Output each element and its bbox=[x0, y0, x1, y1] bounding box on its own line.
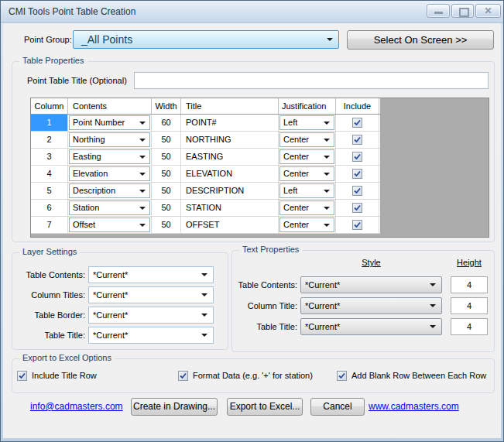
title-cell[interactable]: NORTHING bbox=[181, 132, 279, 148]
layer-settings-group: Layer Settings Table Contents: *Current*… bbox=[12, 252, 228, 350]
row-number-cell[interactable]: 4 bbox=[31, 166, 68, 182]
export-to-excel-button[interactable]: Export to Excel... bbox=[227, 398, 303, 416]
add-blank-row-checkbox[interactable]: Add Blank Row Between Each Row bbox=[337, 369, 486, 382]
column-title-height-input[interactable] bbox=[451, 297, 488, 314]
width-cell[interactable]: 50 bbox=[152, 183, 181, 199]
column-titles-layer-value: *Current* bbox=[93, 290, 128, 300]
table-contents-style-combobox[interactable]: *Current* bbox=[300, 276, 442, 293]
include-checkbox[interactable] bbox=[352, 220, 362, 230]
minimize-button[interactable] bbox=[427, 4, 450, 18]
table-contents-layer-label: Table Contents: bbox=[12, 266, 85, 283]
justification-combobox[interactable]: Center bbox=[279, 218, 334, 232]
point-table-title-input[interactable] bbox=[134, 72, 489, 89]
justification-combobox[interactable]: Left bbox=[279, 115, 334, 130]
check-icon bbox=[352, 203, 362, 213]
check-icon bbox=[352, 186, 362, 196]
select-on-screen-button[interactable]: Select On Screen >> bbox=[347, 30, 494, 50]
table-title-layer-combobox[interactable]: *Current* bbox=[88, 327, 214, 344]
title-bar[interactable]: CMI Tools Point Table Creation ✕ bbox=[1, 1, 503, 23]
title-cell[interactable]: POINT# bbox=[181, 115, 279, 131]
contents-combobox[interactable]: Easting bbox=[69, 149, 150, 164]
dialog-client-area: Point Group: _All Points Select On Scree… bbox=[3, 23, 501, 438]
point-group-combobox[interactable]: _All Points bbox=[73, 30, 339, 49]
column-titles-layer-combobox[interactable]: *Current* bbox=[88, 286, 214, 303]
header-justification[interactable]: Justification bbox=[279, 98, 336, 114]
contents-combobox[interactable]: Point Number bbox=[69, 115, 150, 130]
include-checkbox[interactable] bbox=[352, 135, 362, 145]
include-cell bbox=[336, 149, 379, 165]
title-cell[interactable]: ELEVATION bbox=[181, 166, 279, 182]
table-title-style-combobox[interactable]: *Current* bbox=[300, 318, 442, 335]
justification-combobox[interactable]: Left bbox=[279, 183, 334, 198]
title-cell[interactable]: EASTING bbox=[181, 149, 279, 165]
contents-combobox[interactable]: Elevation bbox=[69, 166, 150, 181]
row-number-cell[interactable]: 1 bbox=[31, 115, 68, 131]
justification-combobox[interactable]: Center bbox=[279, 149, 334, 164]
width-cell[interactable]: 50 bbox=[152, 132, 181, 148]
table-title-style-value: *Current* bbox=[305, 322, 340, 331]
website-link[interactable]: www.cadmasters.com bbox=[369, 398, 459, 416]
justification-value: Left bbox=[283, 118, 297, 127]
contents-combobox[interactable]: Description bbox=[69, 183, 150, 198]
include-checkbox[interactable] bbox=[352, 118, 362, 128]
contents-cell: Easting bbox=[68, 149, 152, 165]
email-link[interactable]: info@cadmasters.com bbox=[30, 398, 123, 416]
row-number-cell[interactable]: 3 bbox=[31, 149, 68, 165]
contents-combobox[interactable]: Offset bbox=[69, 218, 150, 232]
create-in-drawing-button[interactable]: Create in Drawing... bbox=[131, 398, 218, 416]
include-checkbox[interactable] bbox=[352, 152, 362, 162]
table-title-layer-label: Table Title: bbox=[12, 327, 85, 344]
table-contents-height-input[interactable] bbox=[451, 276, 488, 293]
format-data-checkbox[interactable]: Format Data (e.g. '+' for station) bbox=[178, 369, 313, 382]
export-options-group: Export to Excel Options Include Title Ro… bbox=[12, 358, 495, 393]
point-group-label: Point Group: bbox=[24, 30, 72, 49]
table-title-height-input[interactable] bbox=[451, 318, 488, 335]
include-checkbox[interactable] bbox=[352, 186, 362, 196]
title-cell[interactable]: STATION bbox=[181, 200, 279, 216]
header-column[interactable]: Column bbox=[31, 98, 68, 114]
width-cell[interactable]: 50 bbox=[152, 200, 181, 216]
contents-value: Point Number bbox=[73, 118, 125, 127]
title-cell[interactable]: DESCRIPTION bbox=[181, 183, 279, 199]
include-checkbox[interactable] bbox=[352, 203, 362, 213]
chevron-down-icon bbox=[324, 139, 330, 142]
header-contents[interactable]: Contents bbox=[68, 98, 152, 114]
include-checkbox[interactable] bbox=[352, 169, 362, 179]
justification-combobox[interactable]: Center bbox=[279, 200, 334, 215]
row-number-cell[interactable]: 5 bbox=[31, 183, 68, 199]
row-number-cell[interactable]: 6 bbox=[31, 200, 68, 216]
table-title-style-label: Table Title: bbox=[232, 318, 297, 335]
justification-combobox[interactable]: Center bbox=[279, 166, 334, 181]
contents-value: Offset bbox=[73, 220, 95, 229]
contents-value: Northing bbox=[73, 135, 105, 144]
table-row: 3 Easting 50 EASTING Center bbox=[31, 149, 380, 166]
close-button[interactable]: ✕ bbox=[475, 4, 501, 18]
contents-combobox[interactable]: Station bbox=[69, 200, 150, 215]
check-icon bbox=[352, 169, 362, 179]
width-cell[interactable]: 50 bbox=[152, 166, 181, 182]
contents-cell: Description bbox=[68, 183, 152, 199]
maximize-button[interactable] bbox=[451, 4, 474, 18]
header-title[interactable]: Title bbox=[181, 98, 279, 114]
row-number-cell[interactable]: 7 bbox=[31, 217, 68, 233]
chevron-down-icon bbox=[201, 334, 207, 337]
contents-combobox[interactable]: Northing bbox=[69, 132, 150, 147]
row-number-cell[interactable]: 2 bbox=[31, 132, 68, 148]
minimize-icon bbox=[434, 12, 443, 14]
header-width[interactable]: Width bbox=[152, 98, 181, 114]
contents-value: Station bbox=[73, 203, 99, 212]
column-title-style-combobox[interactable]: *Current* bbox=[300, 297, 442, 314]
table-row: 7 Offset 50 OFFSET Center bbox=[31, 217, 380, 234]
width-cell[interactable]: 60 bbox=[152, 115, 181, 131]
cancel-button[interactable]: Cancel bbox=[310, 398, 365, 416]
title-cell[interactable]: OFFSET bbox=[181, 217, 279, 233]
table-row: 1 Point Number 60 POINT# Left bbox=[31, 115, 380, 132]
justification-combobox[interactable]: Center bbox=[279, 132, 334, 147]
table-contents-layer-combobox[interactable]: *Current* bbox=[88, 266, 214, 283]
include-title-row-checkbox[interactable]: Include Title Row bbox=[17, 369, 97, 382]
width-cell[interactable]: 50 bbox=[152, 149, 181, 165]
chevron-down-icon bbox=[327, 38, 333, 41]
header-include[interactable]: Include bbox=[336, 98, 379, 114]
table-border-layer-combobox[interactable]: *Current* bbox=[88, 307, 214, 324]
width-cell[interactable]: 50 bbox=[152, 217, 181, 233]
